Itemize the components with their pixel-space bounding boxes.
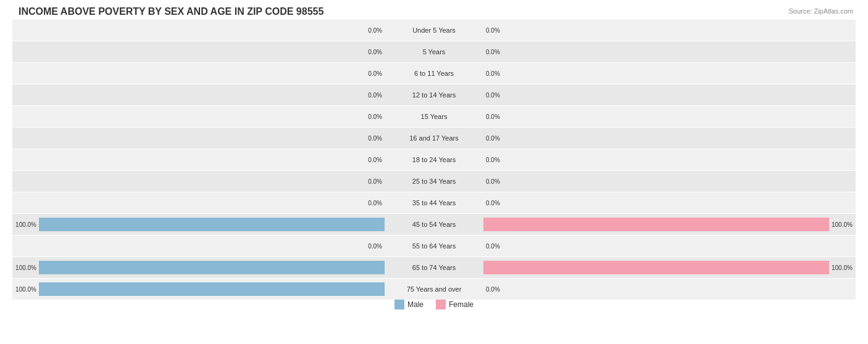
table-row: 0.0%35 to 44 Years0.0% [12, 192, 856, 213]
male-value: 0.0% [360, 113, 382, 120]
male-value: 0.0% [360, 70, 382, 77]
male-bar [39, 218, 385, 231]
legend: Male Female [12, 300, 856, 309]
table-row: 0.0%15 Years0.0% [12, 106, 856, 127]
male-label: Male [407, 300, 424, 309]
age-label: 25 to 34 Years [385, 178, 483, 185]
male-value: 0.0% [360, 92, 382, 99]
table-row: 100.0%75 Years and over0.0% [12, 279, 856, 300]
male-value: 100.0% [14, 286, 36, 293]
legend-male: Male [394, 300, 424, 309]
female-value: 0.0% [486, 135, 508, 142]
age-label: 18 to 24 Years [385, 156, 483, 163]
female-value: 0.0% [486, 92, 508, 99]
source-text: Source: ZipAtlas.com [788, 7, 853, 15]
age-label: 15 Years [385, 113, 483, 120]
female-value: 0.0% [486, 113, 508, 120]
age-label: 35 to 44 Years [385, 199, 483, 207]
male-bar [39, 282, 385, 296]
chart-area: 0.0%Under 5 Years0.0%0.0%5 Years0.0%0.0%… [12, 20, 856, 296]
age-label: 5 Years [385, 48, 483, 55]
table-row: 0.0%5 Years0.0% [12, 41, 856, 62]
female-value: 0.0% [486, 70, 508, 77]
female-value: 0.0% [486, 286, 508, 293]
female-bar [483, 261, 829, 274]
male-value: 100.0% [14, 264, 36, 271]
male-color-box [394, 300, 404, 309]
legend-female: Female [436, 300, 474, 309]
age-label: 75 Years and over [385, 285, 483, 293]
male-value: 0.0% [360, 178, 382, 185]
table-row: 100.0%45 to 54 Years100.0% [12, 214, 856, 235]
female-value: 0.0% [486, 49, 508, 55]
table-row: 100.0%65 to 74 Years100.0% [12, 257, 856, 278]
male-value: 0.0% [360, 200, 382, 207]
male-value: 100.0% [14, 221, 36, 228]
table-row: 0.0%12 to 14 Years0.0% [12, 84, 856, 105]
male-value: 0.0% [360, 27, 382, 34]
female-bar [483, 218, 829, 231]
table-row: 0.0%Under 5 Years0.0% [12, 20, 856, 41]
male-value: 0.0% [360, 157, 382, 163]
female-label: Female [449, 300, 474, 309]
age-label: Under 5 Years [385, 27, 483, 34]
male-value: 0.0% [360, 135, 382, 142]
female-value: 0.0% [486, 27, 508, 34]
female-color-box [436, 300, 446, 309]
table-row: 0.0%16 and 17 Years0.0% [12, 128, 856, 149]
age-label: 6 to 11 Years [385, 70, 483, 77]
female-value: 0.0% [486, 200, 508, 207]
table-row: 0.0%55 to 64 Years0.0% [12, 235, 856, 256]
table-row: 0.0%25 to 34 Years0.0% [12, 171, 856, 192]
age-label: 12 to 14 Years [385, 91, 483, 99]
female-value: 0.0% [486, 243, 508, 250]
chart-container: INCOME ABOVE POVERTY BY SEX AND AGE IN Z… [0, 0, 868, 344]
age-label: 16 and 17 Years [385, 134, 483, 142]
female-value: 100.0% [832, 264, 854, 271]
male-value: 0.0% [360, 49, 382, 55]
male-bar [39, 261, 385, 274]
table-row: 0.0%18 to 24 Years0.0% [12, 149, 856, 170]
female-value: 100.0% [832, 221, 854, 228]
table-row: 0.0%6 to 11 Years0.0% [12, 63, 856, 84]
age-label: 55 to 64 Years [385, 242, 483, 250]
age-label: 65 to 74 Years [385, 264, 483, 271]
female-value: 0.0% [486, 178, 508, 185]
female-value: 0.0% [486, 157, 508, 163]
male-value: 0.0% [360, 243, 382, 250]
chart-title: INCOME ABOVE POVERTY BY SEX AND AGE IN Z… [12, 6, 856, 17]
age-label: 45 to 54 Years [385, 221, 483, 228]
